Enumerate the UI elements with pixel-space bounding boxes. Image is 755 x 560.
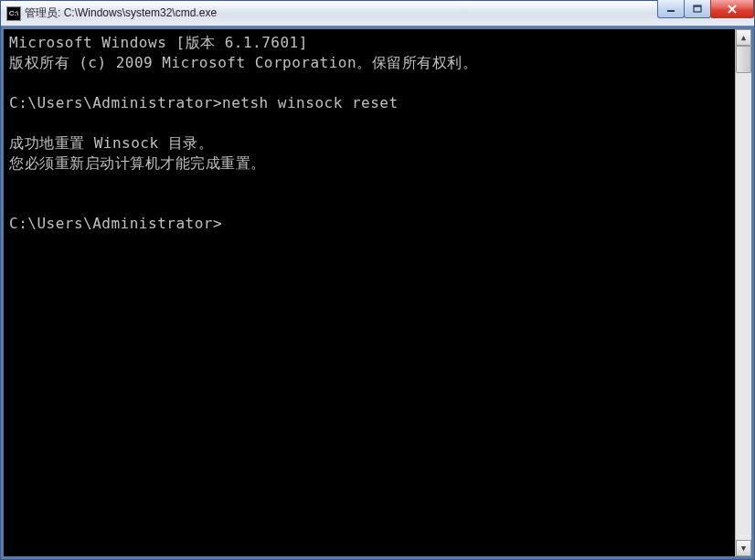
- close-icon: [727, 5, 738, 14]
- app-icon: C:\: [6, 6, 21, 21]
- console-output[interactable]: Microsoft Windows [版本 6.1.7601] 版权所有 (c)…: [4, 29, 735, 556]
- arrow-up-icon: ▲: [741, 34, 746, 42]
- minimize-button[interactable]: [657, 0, 685, 18]
- window-controls: [658, 0, 754, 18]
- scroll-down-button[interactable]: ▼: [736, 540, 751, 556]
- close-button[interactable]: [710, 0, 754, 18]
- window-title: 管理员: C:\Windows\system32\cmd.exe: [25, 5, 217, 21]
- minimize-icon: [666, 5, 675, 14]
- scroll-thumb[interactable]: [736, 46, 751, 73]
- scroll-track[interactable]: [736, 46, 751, 540]
- titlebar[interactable]: C:\ 管理员: C:\Windows\system32\cmd.exe: [1, 1, 754, 26]
- maximize-icon: [693, 5, 703, 14]
- console-wrap: Microsoft Windows [版本 6.1.7601] 版权所有 (c)…: [4, 29, 751, 556]
- arrow-down-icon: ▼: [741, 544, 746, 553]
- vertical-scrollbar[interactable]: ▲ ▼: [735, 29, 751, 556]
- client-area: Microsoft Windows [版本 6.1.7601] 版权所有 (c)…: [1, 26, 754, 559]
- maximize-button[interactable]: [684, 0, 711, 18]
- cmd-window: C:\ 管理员: C:\Windows\system32\cmd.exe: [0, 0, 755, 560]
- scroll-up-button[interactable]: ▲: [736, 29, 751, 46]
